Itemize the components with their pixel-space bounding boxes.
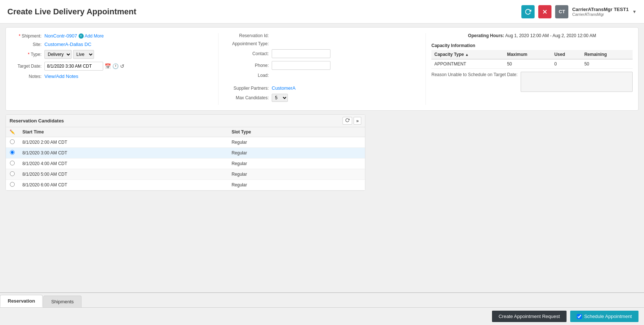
reason-unable-row: Reason Unable to Schedule on Target Date…: [431, 72, 633, 92]
candidate-radio-1[interactable]: [10, 150, 15, 155]
table-row: 8/1/2020 4:00 AM CDT Regular: [6, 158, 365, 169]
appt-type-label: Appointment Type:: [224, 41, 272, 46]
bottom-tabs: Reservation Shipments: [0, 292, 644, 307]
table-row: 8/1/2020 2:00 AM CDT Regular: [6, 137, 365, 148]
schedule-appointment-button[interactable]: Schedule Appointment: [570, 311, 638, 322]
row-slot-type-3: Regular: [228, 169, 336, 180]
reservation-id-label: Reservation Id:: [224, 33, 272, 38]
target-date-label: Target Date:: [11, 64, 44, 69]
row-extra-3: [336, 169, 365, 180]
row-radio-cell-0[interactable]: [6, 137, 19, 148]
capacity-used-cell: 0: [551, 59, 582, 69]
refresh-candidates-button[interactable]: [343, 117, 352, 125]
notes-label: Notes:: [11, 74, 44, 79]
candidate-radio-0[interactable]: [10, 139, 15, 144]
candidate-radio-4[interactable]: [10, 182, 15, 187]
site-row: Site: CustomerA-Dallas DC: [11, 42, 213, 47]
col-start-time: Start Time: [19, 127, 228, 137]
edit-icon[interactable]: ✏️: [10, 129, 15, 135]
row-start-time-1: 8/1/2020 3:00 AM CDT: [19, 148, 228, 158]
user-name: CarrierATransMgr TEST1: [572, 7, 629, 12]
row-radio-cell-2[interactable]: [6, 158, 19, 169]
sort-arrow-type: ▲: [465, 53, 469, 57]
phone-row: Phone:: [224, 61, 420, 70]
capacity-maximum-cell: 50: [504, 59, 551, 69]
contact-input[interactable]: [272, 49, 330, 58]
type-row: Type: Delivery Pickup Live Drop: [11, 50, 213, 59]
schedule-btn-label: Schedule Appointment: [584, 314, 632, 319]
header-controls: CT CarrierATransMgr TEST1 CarrierATransM…: [521, 5, 637, 18]
site-value[interactable]: CustomerA-Dallas DC: [44, 42, 91, 47]
row-start-time-2: 8/1/2020 4:00 AM CDT: [19, 158, 228, 169]
row-extra-1: [336, 148, 365, 158]
create-appointment-request-button[interactable]: Create Appointment Request: [492, 311, 567, 322]
type-select-1[interactable]: Delivery Pickup: [44, 50, 72, 59]
shipment-row: Shipment: NonContr-0907 + Add More: [11, 33, 213, 39]
form-right-col: Operating Hours: Aug 1, 2020 12:00 AM - …: [426, 33, 633, 105]
capacity-table: Capacity Type ▲ Maximum Used Remaining A…: [431, 50, 633, 69]
calendar-icon[interactable]: 📅: [105, 63, 111, 69]
type-select-2[interactable]: Live Drop: [73, 50, 94, 59]
row-slot-type-1: Regular: [228, 148, 336, 158]
supplier-partners-label: Supplier Partners:: [224, 86, 272, 91]
page-title: Create Live Delivery Appointment: [7, 7, 136, 17]
supplier-partners-value[interactable]: CustomerA: [272, 85, 296, 91]
user-info: CarrierATransMgr TEST1 CarrierATransMgr: [572, 7, 629, 17]
load-label: Load:: [224, 73, 272, 78]
load-row: Load:: [224, 73, 420, 78]
form-grid: Shipment: NonContr-0907 + Add More Site:…: [11, 33, 633, 105]
schedule-checkbox[interactable]: [577, 314, 582, 319]
clock-icon[interactable]: 🕐: [112, 63, 119, 69]
row-radio-cell-4[interactable]: [6, 180, 19, 190]
reason-unable-box: [521, 72, 633, 92]
max-candidates-select[interactable]: 5 10 15 20: [272, 94, 288, 102]
row-slot-type-0: Regular: [228, 137, 336, 148]
notes-row: Notes: View/Add Notes: [11, 74, 213, 79]
contact-label: Contact:: [224, 51, 272, 56]
user-menu-chevron[interactable]: ▼: [632, 9, 637, 14]
form-left-col: Shipment: NonContr-0907 + Add More Site:…: [11, 33, 218, 105]
capacity-remaining-cell: 50: [581, 59, 633, 69]
footer: Create Appointment Request Schedule Appo…: [0, 307, 644, 325]
tab-reservation[interactable]: Reservation: [0, 295, 43, 307]
shipment-label: Shipment:: [11, 33, 44, 39]
add-more-link[interactable]: + Add More: [79, 33, 104, 39]
add-more-icon: +: [79, 33, 84, 39]
close-button[interactable]: [538, 5, 551, 18]
candidate-radio-2[interactable]: [10, 161, 15, 165]
tab-shipments[interactable]: Shipments: [43, 296, 81, 307]
row-extra-4: [336, 180, 365, 190]
capacity-col-type[interactable]: Capacity Type ▲: [431, 50, 504, 59]
row-radio-cell-3[interactable]: [6, 169, 19, 180]
page-header: Create Live Delivery Appointment CT Carr…: [0, 0, 644, 24]
candidate-radio-3[interactable]: [10, 171, 15, 176]
table-row: APPOINTMENT 50 0 50: [431, 59, 633, 69]
shipment-link[interactable]: NonContr-0907: [44, 33, 77, 39]
candidates-table: ✏️ Start Time Slot Type 8/1/2020 2:00 AM…: [6, 127, 365, 190]
row-start-time-0: 8/1/2020 2:00 AM CDT: [19, 137, 228, 148]
target-date-input[interactable]: 8/1/2020 3:30 AM CDT: [44, 62, 103, 71]
table-row: 8/1/2020 6:00 AM CDT Regular: [6, 180, 365, 190]
view-add-notes-link[interactable]: View/Add Notes: [44, 74, 78, 79]
candidates-actions: »: [343, 117, 361, 125]
phone-label: Phone:: [224, 63, 272, 68]
target-date-row: Target Date: 8/1/2020 3:30 AM CDT 📅 🕐 ↺: [11, 62, 213, 71]
table-row: 8/1/2020 5:00 AM CDT Regular: [6, 169, 365, 180]
phone-input[interactable]: [272, 61, 330, 70]
refresh-button[interactable]: [521, 5, 535, 18]
row-extra-0: [336, 137, 365, 148]
table-row: 8/1/2020 3:00 AM CDT Regular: [6, 148, 365, 158]
target-date-controls: 8/1/2020 3:30 AM CDT 📅 🕐 ↺: [44, 62, 124, 71]
row-radio-cell-1[interactable]: [6, 148, 19, 158]
site-label: Site:: [11, 42, 44, 47]
candidates-title: Reservation Candidates: [10, 118, 64, 124]
form-card: Shipment: NonContr-0907 + Add More Site:…: [6, 27, 638, 111]
row-start-time-3: 8/1/2020 5:00 AM CDT: [19, 169, 228, 180]
col-slot-type: Slot Type: [228, 127, 336, 137]
reset-date-icon[interactable]: ↺: [120, 63, 124, 69]
capacity-type-cell: APPOINTMENT: [431, 59, 504, 69]
operating-hours: Operating Hours: Aug 1, 2020 12:00 AM - …: [431, 33, 633, 41]
reservation-id-row: Reservation Id:: [224, 33, 420, 38]
capacity-col-maximum: Maximum: [504, 50, 551, 59]
expand-candidates-button[interactable]: »: [354, 117, 361, 125]
